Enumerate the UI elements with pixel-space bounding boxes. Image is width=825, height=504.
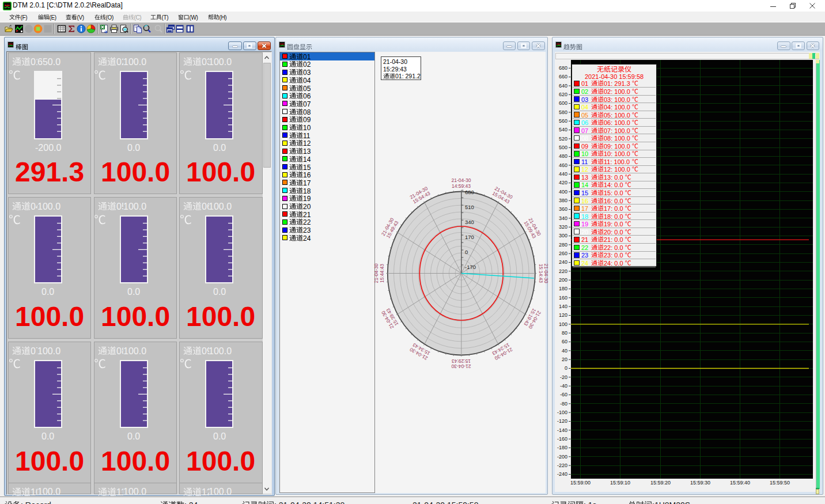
svg-text:15:59:00: 15:59:00 xyxy=(570,480,591,486)
svg-text:15:59:40: 15:59:40 xyxy=(730,480,750,486)
svg-text:15:59:30: 15:59:30 xyxy=(690,480,710,486)
svg-text:: 1s: : 1s xyxy=(584,500,597,504)
svg-text:15:59:20: 15:59:20 xyxy=(650,480,671,486)
svg-text:24: 0.0: 24: 0.0 xyxy=(604,259,623,266)
svg-text:: 21-04-30 14:51:38: : 21-04-30 14:51:38 xyxy=(274,500,345,504)
svg-text:: 24: : 24 xyxy=(184,500,198,504)
svg-text:15:59:10: 15:59:10 xyxy=(610,480,630,486)
svg-text:24: 24 xyxy=(581,259,588,266)
svg-text:: Record: : Record xyxy=(21,500,51,504)
svg-text:15:59:50: 15:59:50 xyxy=(770,480,790,486)
svg-text::1H8M20S: :1H8M20S xyxy=(652,500,690,504)
svg-text:21-04-30 15:59:58: 21-04-30 15:59:58 xyxy=(412,500,479,504)
